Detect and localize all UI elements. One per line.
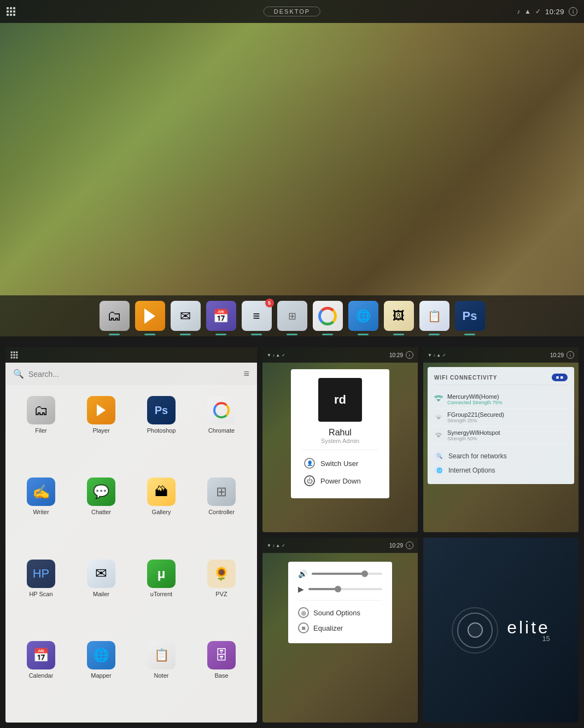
wifi-mini-topbar: ▼ ♪ ▲ ✓ 10:29 i: [423, 347, 579, 363]
sound-info-icon: i: [406, 541, 413, 549]
user-name: Rahul: [329, 428, 352, 438]
menu-icon[interactable]: ≡: [243, 368, 249, 380]
equalizer-button[interactable]: ≋ Equalizer: [298, 620, 382, 636]
top-bar-right: ♪ ▲ ✓ 10:29 i: [517, 7, 577, 16]
apps-grid-icon[interactable]: [7, 7, 15, 16]
desktop-wallpaper: [0, 0, 584, 336]
taskbar-controller[interactable]: ⊞: [277, 301, 307, 331]
desktop-title-pill: DESKTOP: [264, 7, 320, 16]
elite-text-area: elite 15: [507, 618, 550, 643]
user-mini-topbar: ▼ ♪ ▲ ✓ 10:29 i: [262, 347, 418, 363]
search-input[interactable]: [28, 370, 239, 378]
volume-icon[interactable]: ♪: [517, 8, 520, 15]
search-networks-icon: 🔍: [434, 451, 444, 461]
volume-icon-sm: 🔊: [298, 569, 307, 578]
brightness-slider[interactable]: [308, 588, 382, 590]
gallery-icon: 🏔: [147, 477, 176, 506]
taskbar-gallery[interactable]: 🖼: [384, 301, 414, 331]
top-bar-left: [7, 7, 15, 16]
taskbar-mapper[interactable]: 🌐: [348, 301, 378, 331]
switch-user-icon: 👤: [304, 458, 315, 469]
app-mailer[interactable]: ✉ Mailer: [71, 554, 131, 636]
search-networks-label: Search for networks: [448, 452, 507, 460]
wifi-network-2-status: Strength 25%: [447, 418, 568, 423]
launcher-search-bar: 🔍 ≡: [5, 363, 257, 385]
launcher-grid-icon[interactable]: [11, 352, 18, 359]
taskbar-filer[interactable]: 🗂: [100, 301, 130, 331]
app-chatter-label: Chatter: [91, 509, 111, 515]
wifi-network-3[interactable]: SynergyWifiHotspot Strength 50%: [434, 427, 568, 445]
app-photoshop[interactable]: Ps Photoshop: [131, 391, 191, 472]
elite-core: [468, 622, 483, 638]
switch-user-label: Switch User: [320, 459, 358, 468]
app-hpscan-label: HP Scan: [29, 591, 52, 597]
sound-panel-inner: ▼ ♪ ▲ ✓ 10:29 i 🔊: [262, 538, 418, 723]
sound-divider: [298, 600, 382, 601]
app-chatter[interactable]: 💬 Chatter: [71, 472, 131, 554]
taskbar-photoshop[interactable]: Ps: [455, 301, 485, 331]
wifi-panel-inner: ▼ ♪ ▲ ✓ 10:29 i WIFI CONNECTIVITY ■ ■: [423, 347, 579, 532]
sound-mini-topbar: ▼ ♪ ▲ ✓ 10:29 i: [262, 538, 418, 553]
taskbar-notes[interactable]: ≡ 5: [242, 301, 272, 331]
base-icon: 🗄: [207, 641, 236, 669]
wifi-network-2-info: FGroup221(Secured) Strength 25%: [447, 411, 568, 423]
svg-marker-1: [436, 417, 441, 420]
app-mapper[interactable]: 🌐 Mapper: [71, 636, 131, 717]
app-base[interactable]: 🗄 Base: [191, 636, 252, 717]
wifi-network-2[interactable]: FGroup221(Secured) Strength 25%: [434, 409, 568, 427]
switch-user-button[interactable]: 👤 Switch User: [302, 455, 378, 472]
calendar-icon: 📅: [27, 641, 55, 669]
taskbar-badge: 5: [265, 299, 274, 307]
brightness-thumb[interactable]: [335, 586, 341, 592]
taskbar-calendar[interactable]: 📅: [206, 301, 236, 331]
power-down-label: Power Down: [320, 477, 361, 485]
app-writer[interactable]: ✍ Writer: [11, 472, 71, 554]
app-chromate-label: Chromate: [208, 427, 235, 434]
chatter-icon: 💬: [87, 477, 115, 506]
power-icon: ⏻: [304, 475, 315, 486]
app-pvz[interactable]: 🌻 PVZ: [191, 554, 252, 636]
volume-slider[interactable]: [312, 573, 382, 575]
svg-marker-0: [436, 399, 441, 401]
volume-thumb[interactable]: [361, 570, 368, 577]
app-chromate[interactable]: Chromate: [191, 391, 252, 472]
wifi-network-1-name: MercuryWifi(Home): [447, 393, 568, 400]
top-bar: DESKTOP ♪ ▲ ✓ 10:29 i: [0, 0, 584, 23]
app-utorrent[interactable]: μ uTorrent: [131, 554, 191, 636]
elite-panel: elite 15: [423, 538, 579, 723]
desktop-title: DESKTOP: [264, 7, 320, 16]
app-photoshop-label: Photoshop: [147, 427, 176, 434]
taskbar-player[interactable]: [135, 301, 165, 331]
user-avatar: rd: [318, 378, 362, 422]
wifi-network-1-status: Connected Strength 75%: [447, 400, 568, 405]
info-icon[interactable]: i: [569, 7, 577, 16]
hpscan-icon: HP: [27, 560, 55, 588]
search-networks-button[interactable]: 🔍 Search for networks: [434, 449, 568, 463]
desktop-area: DESKTOP ♪ ▲ ✓ 10:29 i 🗂 ✉ 📅 ≡ 5 ⊞: [0, 0, 584, 336]
app-gallery[interactable]: 🏔 Gallery: [131, 472, 191, 554]
app-calendar[interactable]: 📅 Calendar: [11, 636, 71, 717]
app-hpscan[interactable]: HP HP Scan: [11, 554, 71, 636]
taskbar-chrome[interactable]: [313, 301, 343, 331]
user-info-icon: i: [406, 351, 413, 359]
wifi-network-1[interactable]: MercuryWifi(Home) Connected Strength 75%: [434, 391, 568, 409]
app-pvz-label: PVZ: [215, 591, 227, 597]
photoshop-icon: Ps: [147, 396, 176, 424]
wifi-toggle[interactable]: ■ ■: [552, 374, 568, 381]
taskbar-writer[interactable]: 📋: [419, 301, 449, 331]
app-calendar-label: Calendar: [29, 672, 54, 679]
check-icon: ✓: [535, 8, 541, 15]
app-controller[interactable]: ⊞ Controller: [191, 472, 252, 554]
taskbar-mailer[interactable]: ✉: [171, 301, 201, 331]
app-filer[interactable]: 🗂 Filer: [11, 391, 71, 472]
bottom-grid: 🔍 ≡ 🗂 Filer Player Ps Photoshop: [0, 342, 584, 728]
pvz-icon: 🌻: [207, 560, 236, 588]
power-down-button[interactable]: ⏻ Power Down: [302, 472, 378, 490]
app-grid: 🗂 Filer Player Ps Photoshop Chromate: [5, 385, 257, 723]
user-panel: ▼ ♪ ▲ ✓ 10:29 i rd Rahul System Admin 👤: [262, 347, 418, 532]
sound-options-label: Sound Options: [313, 609, 360, 617]
app-noter[interactable]: 📋 Noter: [131, 636, 191, 717]
internet-options-button[interactable]: 🌐 Internet Options: [434, 463, 568, 477]
app-player[interactable]: Player: [71, 391, 131, 472]
sound-options-button[interactable]: ◎ Sound Options: [298, 605, 382, 620]
